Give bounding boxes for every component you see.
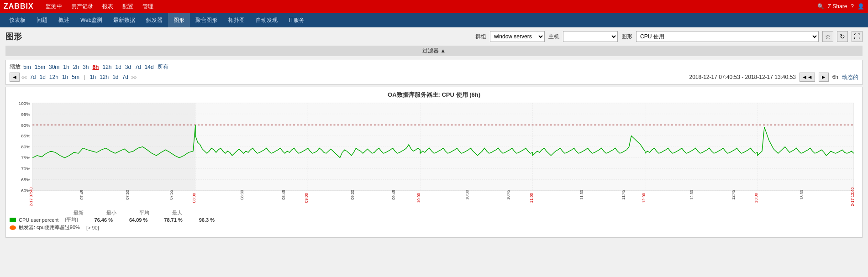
second-nav: 仪表板 问题 概述 Web监测 最新数据 触发器 图形 聚合图形 拓扑图 自动发… [0, 13, 868, 27]
page-title: 图形 [5, 31, 22, 42]
step-fwd-7d[interactable]: 7d [121, 74, 129, 80]
nav-aggregate[interactable]: 聚合图形 [190, 13, 223, 27]
svg-text:11:45: 11:45 [621, 190, 625, 200]
group-label: 群组 [475, 33, 486, 41]
nav-topology[interactable]: 拓扑图 [223, 13, 250, 27]
user-icon[interactable]: 👤 [857, 3, 864, 10]
zoom-2h[interactable]: 2h [72, 64, 80, 70]
step-back-7d[interactable]: 7d [29, 74, 37, 80]
filter-toggle-bar[interactable]: 过滤器 ▲ [5, 46, 863, 56]
trigger-legend-item: 触发器: cpu使用率超过90% [> 90] [10, 224, 858, 231]
stat-header-max: 最大 [172, 209, 182, 216]
nav-problems[interactable]: 问题 [31, 13, 53, 27]
dynamic-link[interactable]: 动态的 [842, 73, 858, 81]
svg-text:75%: 75% [21, 156, 30, 161]
svg-text:11:00: 11:00 [529, 193, 533, 203]
trigger-color-swatch [10, 225, 16, 230]
nav-graphs[interactable]: 图形 [168, 13, 190, 27]
nav-discovery[interactable]: 自动发现 [250, 13, 283, 27]
zoom-1h[interactable]: 1h [62, 64, 70, 70]
svg-text:85%: 85% [21, 134, 30, 139]
graph-label: 图形 [621, 33, 632, 41]
nav-web[interactable]: Web监测 [75, 13, 108, 27]
svg-text:100%: 100% [19, 101, 31, 106]
nav-dashboard[interactable]: 仪表板 [4, 13, 31, 27]
zoom-row: 缩放 5m 15m 30m 1h 2h 3h 6h 12h 1d 3d 7d 1… [10, 63, 858, 71]
svg-text:90%: 90% [21, 123, 30, 128]
chart-svg: 100% 95% 90% 85% 80% 75% 70% 65% 60% 12-… [10, 101, 858, 206]
step-separator: | [82, 74, 87, 80]
step-back-1d[interactable]: 1d [39, 74, 47, 80]
svg-text:12:30: 12:30 [689, 190, 694, 200]
refresh-button[interactable]: ↻ [837, 31, 848, 42]
step-back-5m[interactable]: 5m [71, 74, 80, 80]
svg-text:10:00: 10:00 [416, 193, 421, 203]
zoom-all[interactable]: 所有 [157, 63, 169, 71]
step-fwd-1d[interactable]: 1d [111, 74, 119, 80]
svg-text:13:00: 13:00 [754, 193, 758, 203]
star-button[interactable]: ☆ [822, 31, 833, 42]
step-fwd-1h[interactable]: 1h [89, 74, 97, 80]
chart-area: 100% 95% 90% 85% 80% 75% 70% 65% 60% 12-… [10, 101, 858, 206]
svg-text:07:50: 07:50 [125, 190, 130, 200]
zoom-6h[interactable]: 6h [91, 64, 100, 70]
nav-triggers[interactable]: 触发器 [141, 13, 168, 27]
stat-header-avg: 平均 [139, 209, 149, 216]
graph-select[interactable]: CPU 使用 [636, 31, 819, 42]
svg-text:12-17 07:40: 12-17 07:40 [29, 188, 33, 206]
host-select[interactable] [563, 31, 618, 42]
step-fwd-12h[interactable]: 12h [99, 74, 110, 80]
help-icon[interactable]: ? [851, 3, 854, 10]
zoom-3d[interactable]: 3d [124, 64, 132, 70]
chart-container: OA数据库服务器主: CPU 使用 (6h) [5, 87, 863, 238]
cpu-avg: 78.71 % [164, 217, 182, 223]
nav-row: ◄ «« 7d 1d 12h 1h 5m | 1h 12h 1d 7d »» 2… [10, 73, 858, 82]
time-range: 2018-12-17 07:40:53 - 2018-12-17 13:40:5… [689, 74, 796, 80]
nav-assets[interactable]: 资产记录 [67, 0, 98, 13]
zoom-5m[interactable]: 5m [22, 64, 32, 70]
nav-report[interactable]: 报表 [98, 0, 118, 13]
nav-overview[interactable]: 概述 [53, 13, 75, 27]
share-button[interactable]: Z Share [828, 3, 847, 10]
step-back-12h[interactable]: 12h [48, 74, 59, 80]
chart-title: OA数据库服务器主: CPU 使用 (6h) [10, 91, 858, 99]
zoom-1d[interactable]: 1d [114, 64, 122, 70]
svg-text:10:30: 10:30 [465, 190, 469, 200]
group-select[interactable]: window servers [490, 31, 545, 42]
svg-text:08:45: 08:45 [281, 190, 286, 200]
zoom-label: 缩放 [10, 63, 21, 71]
zoom-7d[interactable]: 7d [134, 64, 142, 70]
fullscreen-button[interactable]: ⛶ [852, 31, 863, 42]
svg-text:08:30: 08:30 [240, 190, 244, 200]
nav-it-services[interactable]: IT服务 [283, 13, 310, 27]
filter-row: 群组 window servers 主机 图形 CPU 使用 ☆ ↻ ⛶ [475, 31, 863, 42]
cpu-max: 96.3 % [199, 217, 215, 223]
svg-text:08:00: 08:00 [192, 193, 196, 203]
svg-text:80%: 80% [21, 145, 30, 150]
svg-text:12-17 13:40: 12-17 13:40 [850, 188, 855, 206]
search-icon[interactable]: 🔍 [817, 3, 824, 10]
nav-monitor[interactable]: 监测中 [41, 0, 67, 13]
nav-config[interactable]: 配置 [118, 0, 138, 13]
next-button[interactable]: ◄◄ [800, 73, 815, 82]
svg-text:10:45: 10:45 [506, 190, 510, 200]
zoom-12h[interactable]: 12h [101, 64, 112, 70]
svg-text:70%: 70% [21, 167, 30, 172]
main-content: 图形 群组 window servers 主机 图形 CPU 使用 ☆ ↻ ⛶ … [0, 27, 868, 241]
zoom-30m[interactable]: 30m [48, 64, 60, 70]
nav-left: ◄ «« 7d 1d 12h 1h 5m | 1h 12h 1d 7d »» [10, 73, 137, 82]
host-label: 主机 [548, 33, 559, 41]
prev-button[interactable]: ◄ [10, 73, 20, 82]
nav-latest[interactable]: 最新数据 [108, 13, 141, 27]
nav-admin[interactable]: 管理 [138, 0, 158, 13]
zoom-15m[interactable]: 15m [34, 64, 46, 70]
stat-header-latest: 最新 [74, 209, 84, 216]
zoom-3h[interactable]: 3h [82, 64, 89, 70]
cpu-name: CPU user percent [19, 217, 58, 223]
next-button2[interactable]: ► [819, 73, 829, 82]
step-back-1h[interactable]: 1h [61, 74, 69, 80]
period-label: 6h [832, 74, 838, 80]
svg-text:09:45: 09:45 [391, 190, 396, 200]
svg-text:65%: 65% [21, 178, 30, 183]
zoom-14d[interactable]: 14d [144, 64, 155, 70]
